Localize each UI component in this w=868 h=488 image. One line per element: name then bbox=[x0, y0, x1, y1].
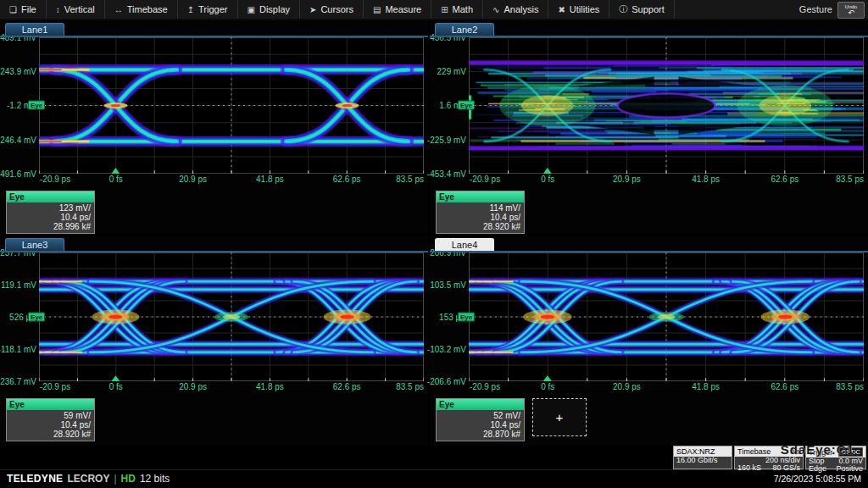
x-tick-label: 0 fs bbox=[541, 382, 554, 391]
menu-label: Math bbox=[453, 4, 473, 14]
undo-button[interactable]: Undo ↶ bbox=[837, 2, 865, 19]
lane2-panel: Lane2 456.5 mV229 mV1.6 mV-225.9 mV-453.… bbox=[430, 20, 868, 234]
x-tick-label: 20.9 ps bbox=[179, 175, 207, 184]
lane4-eye-descriptor-title: Eye bbox=[437, 399, 524, 410]
lane1-tab-row: Lane1 bbox=[0, 20, 428, 37]
utilities-icon: ✖ bbox=[558, 5, 565, 14]
lane4-panel: Lane4 206.9 mV103.5 mV153 µV-103.2 mV-20… bbox=[430, 236, 868, 446]
menu-measure[interactable]: ▤Measure bbox=[364, 0, 431, 19]
y-tick-label: 119.1 mV bbox=[1, 280, 36, 290]
y-tick-label: 103.5 mV bbox=[430, 280, 466, 290]
trigger-slope: Positive bbox=[836, 465, 863, 473]
tab-lane1[interactable]: Lane1 bbox=[5, 23, 64, 36]
trigger-descriptor[interactable]: Trigger C1 DC Stop 0.0 mV Edge Positive bbox=[805, 446, 866, 469]
menu-vertical[interactable]: ↕Vertical bbox=[47, 0, 105, 19]
sdax-descriptor[interactable]: SDAX:NRZ 16.00 Gbit/s bbox=[673, 446, 732, 469]
lane2-tab-row: Lane2 bbox=[430, 20, 868, 37]
lane3-eye-diagram[interactable] bbox=[39, 252, 424, 381]
lane2-eye-descriptor[interactable]: Eye 114 mV/10.4 ps/28.920 k# bbox=[436, 191, 525, 234]
tab-lane3[interactable]: Lane3 bbox=[5, 238, 64, 251]
x-tick-label: 0 fs bbox=[109, 382, 123, 391]
x-tick-label: 83.5 ps bbox=[396, 175, 424, 184]
lane3-eye-descriptor-title: Eye bbox=[7, 399, 94, 410]
trigger-source-badge: C1 DC bbox=[838, 447, 863, 457]
vertical-icon: ↕ bbox=[56, 5, 60, 14]
trigger-type: Edge bbox=[809, 465, 826, 473]
menu-label: File bbox=[21, 4, 36, 14]
eye-info-line: 52 mV/ bbox=[440, 411, 520, 420]
lane3-panel: Lane3 237.7 mV119.1 mV526 µV-118.1 mV-23… bbox=[0, 236, 428, 446]
lane2-x-axis: -20.9 ps0 fs20.9 ps41.8 ps62.6 ps83.5 ps bbox=[469, 174, 864, 186]
x-tick-label: 62.6 ps bbox=[771, 175, 798, 184]
menu-support[interactable]: ⓘSupport bbox=[609, 0, 675, 19]
menu-cursors[interactable]: ➤Cursors bbox=[300, 0, 364, 19]
lane4-eye-descriptor[interactable]: Eye 52 mV/10.4 ps/28.870 k# bbox=[436, 398, 525, 441]
add-trace-button[interactable]: + bbox=[532, 398, 587, 436]
math-icon: ⊞ bbox=[441, 5, 448, 14]
y-tick-label: -453.4 mV bbox=[427, 169, 466, 179]
eye-info-line: 10.4 ps/ bbox=[10, 213, 91, 222]
lane3-x-axis: -20.9 ps0 fs20.9 ps41.8 ps62.6 ps83.5 ps bbox=[39, 381, 424, 394]
cursors-icon: ➤ bbox=[309, 5, 316, 14]
brand-logo: TELEDYNE LECROY | HD 12 bits bbox=[7, 473, 170, 485]
lane1-eye-descriptor[interactable]: Eye 123 mV/10.4 ps/28.996 k# bbox=[6, 191, 95, 234]
menu-trigger[interactable]: ↥Trigger bbox=[178, 0, 238, 19]
clock-timestamp: 7/26/2023 5:08:55 PM bbox=[774, 474, 861, 484]
x-tick-label: 20.9 ps bbox=[613, 175, 641, 184]
menu-label: Measure bbox=[385, 4, 421, 14]
eye-info-line: 10.4 ps/ bbox=[440, 420, 520, 430]
timebase-descriptor[interactable]: Timebase 0 s 200 ns/div 160 kS 80 GS/s bbox=[734, 446, 804, 469]
undo-icon: ↶ bbox=[848, 9, 854, 16]
menu-math[interactable]: ⊞Math bbox=[431, 0, 483, 19]
lane1-panel: Lane1 489.1 mV243.9 mV-1.2 mV-246.4 mV-4… bbox=[0, 20, 428, 234]
lane1-x-axis: -20.9 ps0 fs20.9 ps41.8 ps62.6 ps83.5 ps bbox=[39, 174, 424, 186]
menu-label: Display bbox=[259, 4, 290, 14]
graticule bbox=[39, 37, 424, 174]
file-icon: ❏ bbox=[9, 5, 17, 14]
lane4-eye-diagram[interactable] bbox=[469, 252, 864, 381]
x-tick-label: 62.6 ps bbox=[333, 382, 361, 391]
y-tick-label: -236.7 mV bbox=[0, 377, 36, 386]
y-tick-label: -246.4 mV bbox=[0, 135, 36, 144]
lane1-eye-diagram[interactable] bbox=[39, 37, 424, 174]
menu-timebase[interactable]: ↔Timebase bbox=[105, 0, 178, 19]
lane4-tab-row: Lane4 bbox=[430, 236, 868, 252]
brand-hd: HD bbox=[121, 473, 136, 485]
menu-file[interactable]: ❏File bbox=[0, 0, 47, 19]
x-tick-label: 0 fs bbox=[541, 175, 554, 184]
brand-bits: 12 bits bbox=[140, 473, 170, 485]
y-tick-label: -206.6 mV bbox=[427, 377, 466, 386]
menu-spacer bbox=[675, 0, 794, 19]
x-tick-label: 41.8 ps bbox=[256, 175, 284, 184]
lane4-eye-badge: Eye bbox=[458, 313, 475, 322]
lane2-eye-descriptor-title: Eye bbox=[437, 191, 524, 202]
sdax-bitrate: 16.00 Gbit/s bbox=[676, 457, 718, 464]
menu-bar: ❏File↕Vertical↔Timebase↥Trigger▣Display➤… bbox=[0, 0, 868, 19]
tab-lane4[interactable]: Lane4 bbox=[435, 238, 494, 251]
lane3-eye-descriptor[interactable]: Eye 59 mV/10.4 ps/28.920 k# bbox=[6, 398, 95, 441]
x-tick-label: -20.9 ps bbox=[470, 175, 500, 184]
y-tick-label: 229 mV bbox=[437, 67, 466, 76]
y-tick-label: -225.9 mV bbox=[427, 135, 466, 144]
menu-analysis[interactable]: ∿Analysis bbox=[483, 0, 548, 19]
lane4-eye-descriptor-values: 52 mV/10.4 ps/28.870 k# bbox=[437, 410, 524, 441]
menu-display[interactable]: ▣Display bbox=[238, 0, 301, 19]
y-tick-label: -118.1 mV bbox=[0, 345, 36, 354]
eye-info-line: 114 mV/ bbox=[440, 203, 520, 213]
bottom-bar: TELEDYNE LECROY | HD 12 bits 7/26/2023 5… bbox=[0, 469, 868, 487]
menu-label: Timebase bbox=[127, 4, 168, 14]
x-tick-label: -20.9 ps bbox=[470, 382, 500, 391]
tab-lane2[interactable]: Lane2 bbox=[435, 23, 494, 36]
menu-label: Support bbox=[632, 4, 665, 14]
menu-utilities[interactable]: ✖Utilities bbox=[548, 0, 609, 19]
menu-label: Analysis bbox=[504, 4, 538, 14]
sdax-title: SDAX:NRZ bbox=[676, 447, 715, 456]
trigger-title: Trigger bbox=[809, 448, 832, 457]
lane2-eye-diagram[interactable] bbox=[469, 37, 864, 174]
eye-info-line: 28.920 k# bbox=[10, 430, 91, 439]
gesture-label: Gesture bbox=[794, 0, 837, 19]
analysis-icon: ∿ bbox=[492, 5, 499, 14]
eye-traces bbox=[39, 281, 424, 352]
eye-info-line: 10.4 ps/ bbox=[440, 213, 520, 222]
lane3-tab-row: Lane3 bbox=[0, 236, 428, 252]
